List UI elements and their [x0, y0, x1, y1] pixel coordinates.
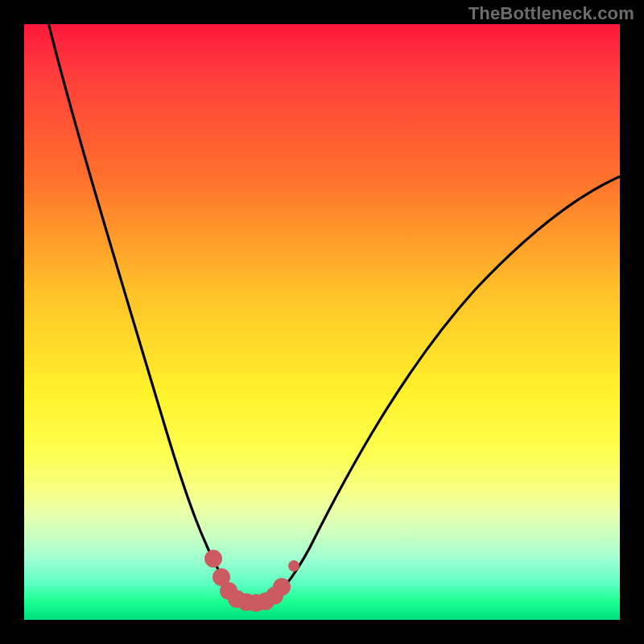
- optimal-marker: [273, 578, 291, 596]
- curve-path: [47, 24, 620, 601]
- chart-plot-area: [24, 24, 620, 620]
- bottleneck-curve: [24, 24, 620, 620]
- optimal-marker: [204, 550, 222, 568]
- watermark-text: TheBottleneck.com: [469, 3, 634, 24]
- optimal-marker: [288, 560, 299, 572]
